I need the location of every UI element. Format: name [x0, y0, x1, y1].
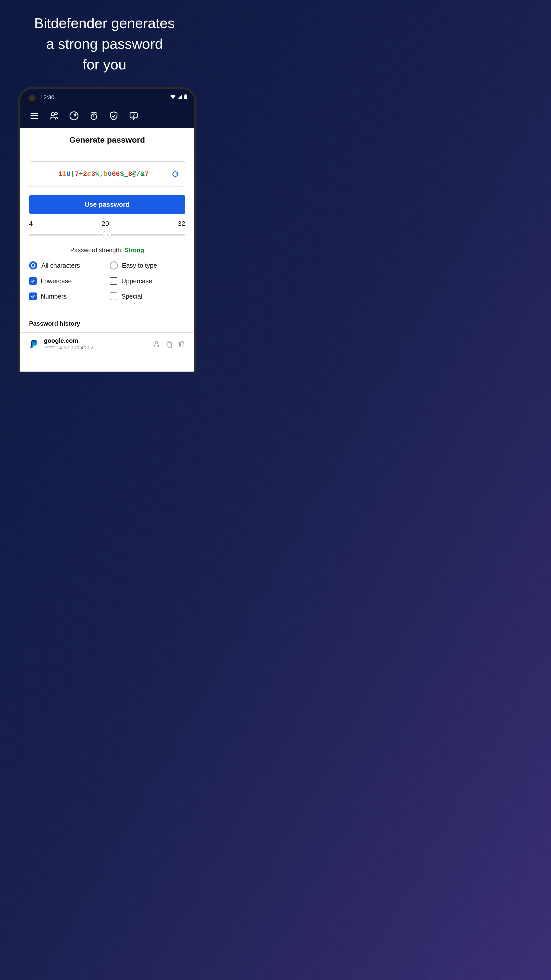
checkbox-numbers[interactable]: [29, 293, 37, 300]
history-site: google.com: [44, 337, 148, 344]
phone-camera: [27, 94, 37, 103]
battery-icon: [184, 94, 187, 101]
length-slider-labels: 4 20 32: [29, 220, 185, 228]
generated-password: 1lU|7+2c3%,bO06$_8@/&7: [35, 170, 171, 178]
option-uppercase[interactable]: Uppercase: [110, 277, 185, 285]
svg-point-7: [70, 112, 78, 120]
history-title: Password history: [20, 320, 194, 332]
svg-text:?: ?: [132, 113, 135, 118]
status-bar: 12:30: [20, 89, 194, 106]
phone-frame: 12:30 ?: [18, 87, 197, 372]
shield-check-icon[interactable]: [109, 111, 119, 121]
trash-icon[interactable]: [178, 340, 185, 348]
password-display: 1lU|7+2c3%,bO06$_8@/&7: [29, 161, 185, 187]
power-icon[interactable]: [89, 111, 99, 121]
option-easy-to-type[interactable]: Easy to type: [110, 261, 185, 269]
strength-row: Password strength: Strong: [29, 247, 185, 254]
use-password-button[interactable]: Use password: [29, 195, 185, 214]
checkbox-uppercase[interactable]: [110, 277, 118, 285]
strength-value: Strong: [124, 247, 144, 253]
svg-point-8: [74, 114, 76, 116]
app-bar: ?: [20, 106, 194, 128]
option-all-characters[interactable]: All characters: [29, 261, 105, 269]
signal-icon: [178, 94, 182, 101]
assign-user-icon[interactable]: [153, 340, 161, 348]
help-chat-icon[interactable]: ?: [129, 111, 139, 121]
page-title: Generate password: [20, 128, 194, 152]
wifi-icon: [170, 94, 176, 101]
length-min: 4: [29, 220, 33, 228]
promo-headline: Bitdefender generates a strong password …: [0, 0, 209, 75]
history-item[interactable]: google.com 7***^ 14:37 30/04/2021: [20, 332, 194, 351]
accounts-icon[interactable]: [49, 111, 59, 121]
checkbox-lowercase[interactable]: [29, 277, 37, 285]
regenerate-icon[interactable]: [171, 170, 179, 178]
length-slider[interactable]: [29, 230, 185, 240]
length-max: 32: [178, 220, 185, 228]
menu-icon[interactable]: [29, 111, 39, 121]
paypal-icon: [29, 339, 39, 349]
globe-icon[interactable]: [69, 111, 79, 121]
option-numbers[interactable]: Numbers: [29, 293, 105, 300]
radio-easy-to-type[interactable]: [110, 261, 118, 269]
status-time: 12:30: [40, 94, 54, 101]
svg-point-13: [155, 342, 158, 344]
length-value: 20: [102, 220, 109, 228]
slider-thumb[interactable]: [103, 231, 111, 239]
option-special[interactable]: Special: [110, 293, 185, 300]
svg-rect-0: [184, 95, 187, 99]
history-meta: 7***^ 14:37 30/04/2021: [44, 345, 148, 351]
option-lowercase[interactable]: Lowercase: [29, 277, 105, 285]
svg-rect-16: [168, 343, 171, 347]
checkbox-special[interactable]: [110, 293, 118, 300]
svg-point-5: [51, 113, 55, 116]
svg-rect-1: [185, 94, 186, 95]
svg-point-6: [55, 112, 57, 115]
copy-icon[interactable]: [165, 340, 173, 348]
strength-label: Password strength:: [70, 247, 124, 253]
radio-all-characters[interactable]: [29, 261, 37, 269]
